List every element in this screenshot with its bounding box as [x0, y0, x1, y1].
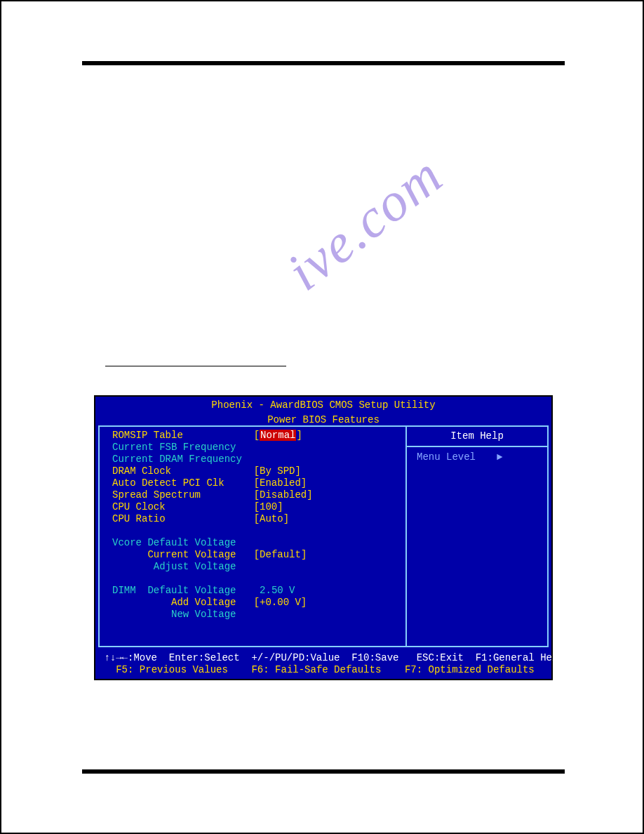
- setting-romsip[interactable]: ROMSIP Table [Normal]: [112, 430, 405, 442]
- dimm-add-value: [+0.00 V]: [254, 597, 307, 608]
- bios-inner-frame: ROMSIP Table [Normal] Current FSB Freque…: [98, 425, 549, 647]
- footer-line-1: ↑↓→←:Move Enter:Select +/-/PU/PD:Value F…: [98, 652, 549, 664]
- setting-cpu-ratio[interactable]: CPU Ratio [Auto]: [112, 513, 405, 525]
- setting-auto-pci[interactable]: Auto Detect PCI Clk [Enabled]: [112, 477, 405, 489]
- setting-dram-freq: Current DRAM Frequency: [112, 454, 405, 465]
- setting-dimm-add[interactable]: Add Voltage [+0.00 V]: [112, 597, 405, 609]
- dram-clock-label: DRAM Clock: [112, 465, 171, 477]
- bios-footer: ↑↓→←:Move Enter:Select +/-/PU/PD:Value F…: [98, 652, 549, 676]
- auto-pci-label: Auto Detect PCI Clk: [112, 477, 224, 489]
- bios-title-line1: Phoenix - AwardBIOS CMOS Setup Utility: [95, 397, 551, 411]
- bios-title-line2: Power BIOS Features: [95, 411, 551, 426]
- setting-spread[interactable]: Spread Spectrum [Disabled]: [112, 489, 405, 501]
- setting-cpu-clock[interactable]: CPU Clock [100]: [112, 501, 405, 513]
- footer-line-2: F5: Previous Values F6: Fail-Safe Defaul…: [98, 664, 549, 676]
- dimm-add-label: Add Voltage: [171, 597, 236, 608]
- setting-dimm-new: New Voltage: [112, 609, 405, 621]
- page-frame: ive.com Phoenix - AwardBIOS CMOS Setup U…: [0, 0, 644, 834]
- help-menu-level: Menu Level►: [407, 451, 547, 463]
- top-horizontal-rule: [82, 61, 565, 65]
- setting-dram-clock[interactable]: DRAM Clock [By SPD]: [112, 465, 405, 477]
- spread-label: Spread Spectrum: [112, 489, 201, 501]
- bios-screenshot: Phoenix - AwardBIOS CMOS Setup Utility P…: [94, 395, 553, 680]
- watermark-text: ive.com: [279, 147, 451, 298]
- romsip-value: Normal: [260, 430, 296, 441]
- bios-help-panel: Item Help Menu Level►: [407, 427, 547, 463]
- setting-vcore-adjust: Adjust Voltage: [112, 561, 405, 573]
- triangle-right-icon: ►: [497, 451, 502, 463]
- setting-dimm-default: DIMM Default Voltage 2.50 V: [112, 585, 405, 597]
- blank-row-2: [112, 573, 405, 585]
- vcore-current-value: [Default]: [254, 549, 307, 560]
- blank-row-1: [112, 525, 405, 537]
- cpu-clock-label: CPU Clock: [112, 501, 166, 512]
- setting-vcore-current[interactable]: Current Voltage [Default]: [112, 549, 405, 561]
- romsip-label: ROMSIP Table: [112, 430, 183, 441]
- bottom-horizontal-rule: [82, 769, 565, 774]
- spread-value: [Disabled]: [254, 489, 313, 501]
- section-underline: [105, 366, 286, 366]
- vcore-current-label: Current Voltage: [147, 549, 236, 560]
- cpu-ratio-value: [Auto]: [254, 513, 289, 524]
- cpu-ratio-label: CPU Ratio: [112, 513, 166, 524]
- setting-vcore-default: Vcore Default Voltage: [112, 537, 405, 549]
- bios-settings-panel: ROMSIP Table [Normal] Current FSB Freque…: [112, 430, 405, 621]
- setting-fsb-freq: Current FSB Frequency: [112, 442, 405, 454]
- help-title: Item Help: [407, 427, 547, 446]
- dram-clock-value: [By SPD]: [254, 465, 301, 477]
- cpu-clock-value: [100]: [254, 501, 283, 512]
- help-separator: [407, 446, 547, 447]
- auto-pci-value: [Enabled]: [254, 477, 307, 489]
